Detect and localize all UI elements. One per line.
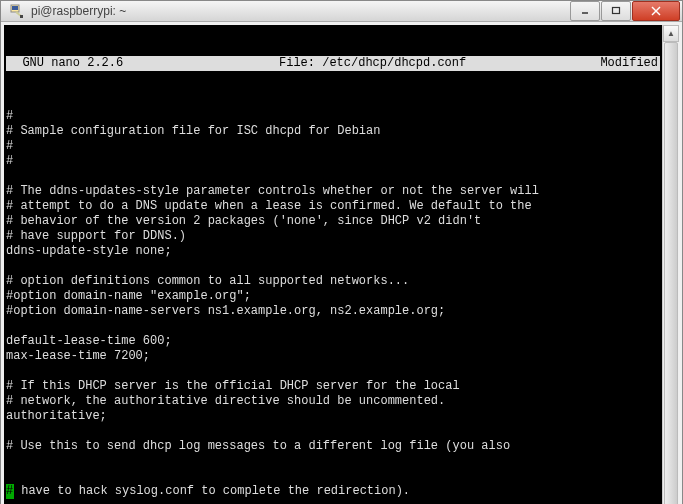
file-line: # Sample configuration file for ISC dhcp… — [6, 124, 660, 139]
editor-app-name: GNU nano 2.2.6 — [6, 56, 147, 71]
svg-rect-5 — [613, 8, 620, 14]
file-line — [6, 424, 660, 439]
file-line: # behavior of the version 2 packages ('n… — [6, 214, 660, 229]
file-line — [6, 319, 660, 334]
file-line: # option definitions common to all suppo… — [6, 274, 660, 289]
file-content: ## Sample configuration file for ISC dhc… — [6, 109, 660, 454]
file-line: # — [6, 154, 660, 169]
scroll-track[interactable] — [663, 42, 679, 504]
terminal[interactable]: GNU nano 2.2.6 File: /etc/dhcp/dhcpd.con… — [4, 25, 662, 504]
cursor: # — [6, 484, 14, 499]
file-line: # attempt to do a DNS update when a leas… — [6, 199, 660, 214]
app-window: pi@raspberrypi: ~ GNU nano 2.2.6 File: /… — [0, 0, 683, 504]
file-line: max-lease-time 7200; — [6, 349, 660, 364]
terminal-container: GNU nano 2.2.6 File: /etc/dhcp/dhcpd.con… — [1, 22, 682, 504]
file-line — [6, 259, 660, 274]
editor-file-label: File: /etc/dhcp/dhcpd.conf — [147, 56, 599, 71]
cursor-line-rest: have to hack syslog.conf to complete the… — [14, 484, 410, 499]
file-line: # If this DHCP server is the official DH… — [6, 379, 660, 394]
file-line: # network, the authoritative directive s… — [6, 394, 660, 409]
editor-header: GNU nano 2.2.6 File: /etc/dhcp/dhcpd.con… — [6, 56, 660, 71]
file-line — [6, 169, 660, 184]
file-line: # — [6, 139, 660, 154]
maximize-button[interactable] — [601, 1, 631, 21]
window-controls — [569, 1, 680, 21]
file-line: # Use this to send dhcp log messages to … — [6, 439, 660, 454]
file-line: # — [6, 109, 660, 124]
cursor-line: # have to hack syslog.conf to complete t… — [6, 484, 660, 499]
minimize-button[interactable] — [570, 1, 600, 21]
titlebar[interactable]: pi@raspberrypi: ~ — [1, 1, 682, 22]
svg-rect-3 — [20, 15, 23, 18]
file-line: authoritative; — [6, 409, 660, 424]
file-line: #option domain-name-servers ns1.example.… — [6, 304, 660, 319]
file-line: ddns-update-style none; — [6, 244, 660, 259]
scroll-up-button[interactable]: ▲ — [663, 25, 679, 42]
editor-status: Modified — [598, 56, 660, 71]
file-line: # The ddns-updates-style parameter contr… — [6, 184, 660, 199]
scroll-thumb[interactable] — [664, 42, 678, 504]
close-button[interactable] — [632, 1, 680, 21]
file-line: # have support for DDNS.) — [6, 229, 660, 244]
svg-rect-1 — [12, 6, 18, 10]
scrollbar[interactable]: ▲ ▼ — [662, 25, 679, 504]
file-line — [6, 364, 660, 379]
putty-icon — [9, 3, 25, 19]
file-line: default-lease-time 600; — [6, 334, 660, 349]
file-line: #option domain-name "example.org"; — [6, 289, 660, 304]
window-title: pi@raspberrypi: ~ — [31, 4, 569, 18]
